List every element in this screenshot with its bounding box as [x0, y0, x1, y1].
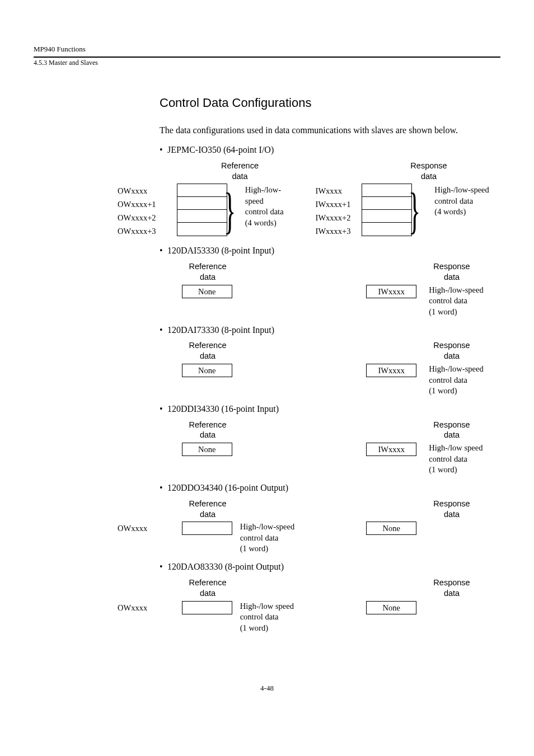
ow3: OWxxxx+3	[118, 225, 177, 238]
header-reference: Referencedata	[182, 420, 233, 441]
bullet-ddo34340: •120DDO34340 (16-point Output)	[160, 482, 500, 494]
diagram-ddo34340: Referencedata Responsedata OWxxxx High-/…	[118, 499, 500, 555]
ref-note: High-/low-speedcontrol data(1 word)	[232, 522, 320, 555]
bullet-dao83330: •120DAO83330 (8-point Output)	[160, 561, 500, 573]
iw0: IWxxxx	[316, 185, 362, 198]
section-intro: The data configurations used in data com…	[160, 125, 500, 137]
ow-labels: OWxxxx OWxxxx+1 OWxxxx+2 OWxxxx+3	[118, 184, 177, 238]
ow-label: OWxxxx	[118, 522, 182, 535]
diagram-headers: Referencedata Responsedata	[118, 577, 500, 599]
bullet-text: 120DAI73330 (8-point Input)	[167, 325, 274, 335]
resp-note: High-/low speedcontrol data(1 word)	[416, 443, 500, 476]
iw-box	[362, 184, 412, 236]
resp-note: High-/low-speedcontrol data(1 word)	[416, 364, 500, 397]
bullet-io350: •JEPMC-IO350 (64-point I/O)	[160, 144, 500, 156]
ref-box	[182, 522, 232, 535]
resp-box: IWxxxx	[366, 364, 416, 377]
header-response: Responsedata	[426, 340, 477, 361]
diagram-headers: Referencedata Responsedata	[118, 499, 500, 520]
header-reference: Referencedata	[182, 161, 298, 182]
bullet-dai73330: •120DAI73330 (8-point Input)	[160, 325, 500, 336]
section-title: Control Data Configurations	[160, 95, 500, 111]
header-response: Responsedata	[426, 420, 477, 441]
diagram-headers: Referencedata Responsedata	[118, 261, 500, 283]
section-dao83330: •120DAO83330 (8-point Output) Referenced…	[34, 561, 500, 633]
brace-icon: }	[412, 184, 417, 238]
header-reference: Referencedata	[182, 499, 233, 520]
header-title: MP940 Functions	[34, 45, 500, 54]
diagram-headers: Referencedata Responsedata	[118, 161, 500, 182]
header-reference: Referencedata	[182, 340, 233, 361]
bullet-text: JEPMC-IO350 (64-point I/O)	[167, 145, 274, 154]
brace-icon: }	[227, 184, 232, 238]
header-reference: Referencedata	[182, 261, 233, 283]
iw2: IWxxxx+2	[316, 212, 362, 225]
diagram-dao83330: Referencedata Responsedata OWxxxx High-/…	[118, 577, 500, 633]
header-response: Responsedata	[426, 261, 477, 283]
section-ddi34330: •120DDI34330 (16-point Input) Referenced…	[34, 403, 500, 476]
iw-labels: IWxxxx IWxxxx+1 IWxxxx+2 IWxxxx+3	[310, 184, 362, 238]
resp-box: IWxxxx	[366, 443, 416, 456]
ow0: OWxxxx	[118, 185, 177, 198]
resp-note: High-/low-speedcontrol data(1 word)	[416, 285, 500, 318]
resp-box: None	[366, 522, 416, 535]
resp-box: None	[366, 601, 416, 614]
iw3: IWxxxx+3	[316, 225, 362, 238]
resp-note: High-/low-speedcontrol data(4 words)	[422, 184, 500, 218]
header-reference: Referencedata	[182, 577, 233, 599]
header-response: Responsedata	[426, 577, 477, 599]
diagram-io350: Referencedata Responsedata OWxxxx OWxxxx…	[118, 161, 500, 239]
diagram-dai73330: Referencedata Responsedata None IWxxxx H…	[118, 340, 500, 396]
ref-note: High-/low speedcontrol data(1 word)	[232, 601, 320, 634]
ow-label: OWxxxx	[118, 601, 182, 614]
ow-box	[177, 184, 227, 236]
bullet-text: 120DAI53330 (8-point Input)	[167, 246, 274, 255]
section-ddo34340: •120DDO34340 (16-point Output) Reference…	[34, 482, 500, 555]
ow1: OWxxxx+1	[118, 198, 177, 212]
ref-note: High-/low-speedcontrol data(4 words)	[237, 184, 310, 228]
bullet-ddi34330: •120DDI34330 (16-point Input)	[160, 403, 500, 415]
bullet-text: 120DAO83330 (8-point Output)	[167, 562, 284, 571]
resp-box: IWxxxx	[366, 285, 416, 298]
ow2: OWxxxx+2	[118, 212, 177, 225]
diagram-dai53330: Referencedata Responsedata None IWxxxx H…	[118, 261, 500, 317]
ref-box: None	[182, 443, 232, 456]
page-number: 4-48	[34, 684, 500, 693]
diagram-headers: Referencedata Responsedata	[118, 340, 500, 361]
section-dai73330: •120DAI73330 (8-point Input) Referenceda…	[34, 325, 500, 397]
header-response: Responsedata	[375, 161, 483, 182]
header-subtitle: 4.5.3 Master and Slaves	[34, 59, 500, 68]
ref-box: None	[182, 285, 232, 298]
ref-box: None	[182, 364, 232, 377]
iw1: IWxxxx+1	[316, 198, 362, 212]
ref-box	[182, 601, 232, 614]
header-response: Responsedata	[426, 499, 477, 520]
bullet-text: 120DDI34330 (16-point Input)	[167, 404, 279, 414]
section-io350: •JEPMC-IO350 (64-point I/O) Referencedat…	[34, 144, 500, 238]
section-dai53330: •120DAI53330 (8-point Input) Referenceda…	[34, 245, 500, 317]
diagram-headers: Referencedata Responsedata	[118, 420, 500, 441]
diagram-ddi34330: Referencedata Responsedata None IWxxxx H…	[118, 420, 500, 476]
bullet-text: 120DDO34340 (16-point Output)	[167, 483, 288, 492]
header-rule	[34, 57, 500, 58]
bullet-dai53330: •120DAI53330 (8-point Input)	[160, 245, 500, 257]
